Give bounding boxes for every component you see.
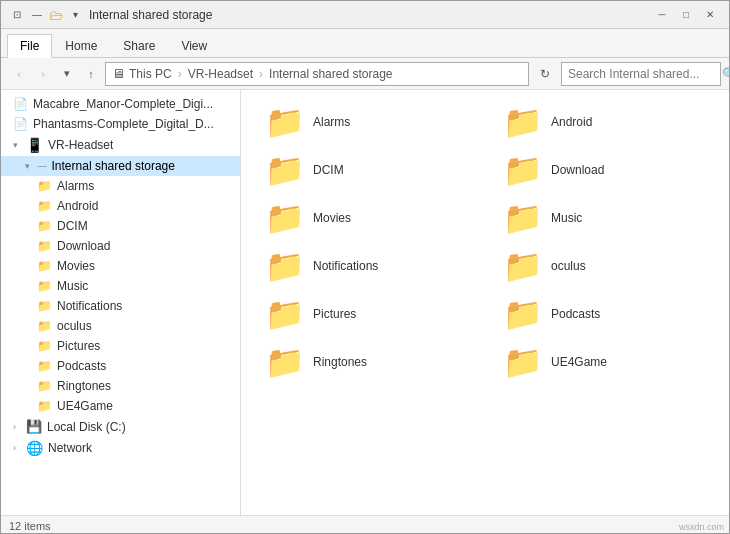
tab-home[interactable]: Home (52, 34, 110, 57)
folder-big-icon: 📁 (265, 346, 305, 378)
watermark: wsxdn.com (679, 522, 724, 532)
search-icon: 🔍 (722, 67, 730, 81)
file-icon: 📄 (13, 117, 28, 131)
maximize-button[interactable]: □ (675, 4, 697, 26)
sidebar-item-network[interactable]: › 🌐 Network (1, 437, 240, 459)
folder-icon: 📁 (37, 259, 52, 273)
folder-item-dcim[interactable]: 📁 DCIM (257, 150, 475, 190)
folder-name: Android (551, 115, 592, 129)
sidebar-item-dcim[interactable]: 📁 DCIM (1, 216, 240, 236)
address-bar: ‹ › ▾ ↑ 🖥 This PC › VR-Headset › Interna… (1, 58, 729, 90)
drive-icon: 💾 (26, 419, 42, 434)
folder-item-ringtones[interactable]: 📁 Ringtones (257, 342, 475, 382)
folder-icon: 📁 (37, 359, 52, 373)
folder-icon: 📁 (37, 199, 52, 213)
folder-icon: 📁 (37, 179, 52, 193)
sidebar-label: Phantasms-Complete_Digital_D... (33, 117, 214, 131)
window-controls: ─ □ ✕ (651, 4, 721, 26)
sidebar-label: oculus (57, 319, 92, 333)
folder-big-icon: 📁 (265, 250, 305, 282)
refresh-button[interactable]: ↻ (533, 62, 557, 86)
sidebar-label: UE4Game (57, 399, 113, 413)
sidebar-label: Pictures (57, 339, 100, 353)
sidebar-label: Music (57, 279, 88, 293)
status-bar: 12 items (1, 515, 729, 534)
folder-name: DCIM (313, 163, 344, 177)
sidebar-item-macabre[interactable]: 📄 Macabre_Manor-Complete_Digi... (1, 94, 240, 114)
network-icon: 🌐 (26, 440, 43, 456)
folder-item-alarms[interactable]: 📁 Alarms (257, 102, 475, 142)
search-input[interactable] (568, 67, 718, 81)
sidebar-item-movies[interactable]: 📁 Movies (1, 256, 240, 276)
main-layout: 📄 Macabre_Manor-Complete_Digi... 📄 Phant… (1, 90, 729, 515)
sidebar-item-ringtones[interactable]: 📁 Ringtones (1, 376, 240, 396)
folder-item-ue4game[interactable]: 📁 UE4Game (495, 342, 713, 382)
folder-item-music[interactable]: 📁 Music (495, 198, 713, 238)
tab-share[interactable]: Share (110, 34, 168, 57)
folder-item-notifications[interactable]: 📁 Notifications (257, 246, 475, 286)
folder-name: Ringtones (313, 355, 367, 369)
folder-name: Music (551, 211, 582, 225)
sidebar-label: Download (57, 239, 110, 253)
address-box[interactable]: 🖥 This PC › VR-Headset › Internal shared… (105, 62, 529, 86)
sidebar-label: Notifications (57, 299, 122, 313)
folder-big-icon: 📁 (265, 298, 305, 330)
sidebar-item-music[interactable]: 📁 Music (1, 276, 240, 296)
folder-icon: 📁 (37, 239, 52, 253)
sidebar-item-local-disk[interactable]: › 💾 Local Disk (C:) (1, 416, 240, 437)
sidebar-item-phantasms[interactable]: 📄 Phantasms-Complete_Digital_D... (1, 114, 240, 134)
sep1: › (178, 67, 182, 81)
folder-item-movies[interactable]: 📁 Movies (257, 198, 475, 238)
sidebar-item-alarms[interactable]: 📁 Alarms (1, 176, 240, 196)
folder-name: Notifications (313, 259, 378, 273)
sidebar-label: Macabre_Manor-Complete_Digi... (33, 97, 213, 111)
folder-item-podcasts[interactable]: 📁 Podcasts (495, 294, 713, 334)
sidebar-label: Internal shared storage (52, 159, 175, 173)
folder-icon: 📁 (37, 339, 52, 353)
minimize-button[interactable]: ─ (651, 4, 673, 26)
folder-big-icon: 📁 (503, 250, 543, 282)
search-box[interactable]: 🔍 (561, 62, 721, 86)
sidebar-item-podcasts[interactable]: 📁 Podcasts (1, 356, 240, 376)
sidebar-item-internal-storage[interactable]: ▾ ─ Internal shared storage (1, 156, 240, 176)
sidebar-item-vr-headset[interactable]: ▾ 📱 VR-Headset (1, 134, 240, 156)
recent-button[interactable]: ▾ (57, 64, 77, 84)
close-button[interactable]: ✕ (699, 4, 721, 26)
folder-name: Alarms (313, 115, 350, 129)
sidebar-item-oculus[interactable]: 📁 oculus (1, 316, 240, 336)
sidebar-label: Movies (57, 259, 95, 273)
up-button[interactable]: ↑ (81, 64, 101, 84)
file-icon: 📄 (13, 97, 28, 111)
back-button[interactable]: ‹ (9, 64, 29, 84)
folder-big-icon: 📁 (265, 202, 305, 234)
folder-item-oculus[interactable]: 📁 oculus (495, 246, 713, 286)
expand-icon: ▾ (13, 140, 21, 150)
folder-name: Movies (313, 211, 351, 225)
folder-item-android[interactable]: 📁 Android (495, 102, 713, 142)
sidebar-label: DCIM (57, 219, 88, 233)
folder-item-pictures[interactable]: 📁 Pictures (257, 294, 475, 334)
dropdown-icon: ▾ (67, 7, 83, 23)
tab-view[interactable]: View (168, 34, 220, 57)
sidebar-label: Alarms (57, 179, 94, 193)
sidebar-label: Network (48, 441, 92, 455)
folder-name: Download (551, 163, 604, 177)
sidebar-item-pictures[interactable]: 📁 Pictures (1, 336, 240, 356)
breadcrumb-vr: VR-Headset (188, 67, 253, 81)
device-icon: 📱 (26, 137, 43, 153)
folder-big-icon: 📁 (503, 154, 543, 186)
folder-big-icon: 📁 (503, 346, 543, 378)
folder-icon: 🗁 (49, 7, 63, 23)
folder-item-download[interactable]: 📁 Download (495, 150, 713, 190)
expand-icon: ▾ (25, 161, 33, 171)
folder-name: Pictures (313, 307, 356, 321)
tab-file[interactable]: File (7, 34, 52, 58)
sidebar-item-notifications[interactable]: 📁 Notifications (1, 296, 240, 316)
forward-button[interactable]: › (33, 64, 53, 84)
sidebar-item-download[interactable]: 📁 Download (1, 236, 240, 256)
sidebar-item-ue4game[interactable]: 📁 UE4Game (1, 396, 240, 416)
expand-icon: › (13, 422, 21, 432)
folder-name: Podcasts (551, 307, 600, 321)
sidebar-item-android[interactable]: 📁 Android (1, 196, 240, 216)
folder-name: UE4Game (551, 355, 607, 369)
